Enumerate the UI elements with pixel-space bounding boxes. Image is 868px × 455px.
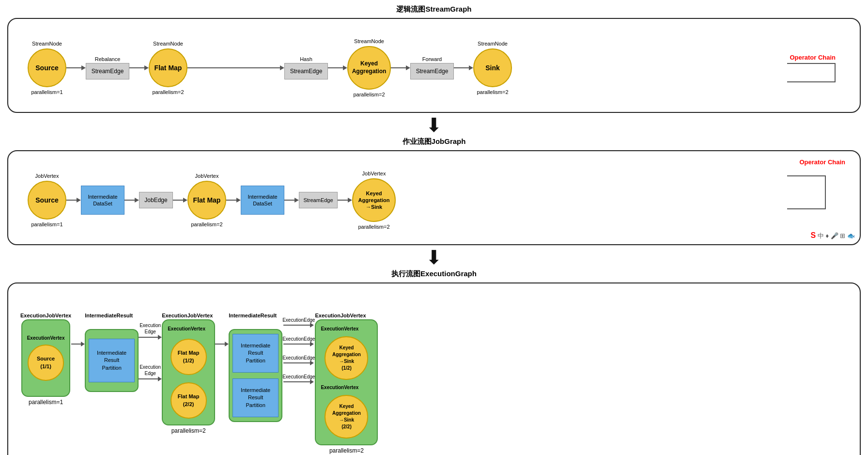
exec-edge2-3-label: ExecutionEdge (282, 355, 315, 361)
ejv3-wrapper: ExecutionJobVertex ExecutionVertex Keyed… (315, 313, 378, 454)
exec-edge-top: ExecutionEdge (139, 322, 162, 340)
sg-arrow6 (454, 65, 473, 70)
executiongraph-title: 执行流图ExecutionGraph (7, 269, 861, 279)
jg-flatmap-bottom: parallelism=2 (191, 221, 222, 227)
ejv1-bottom: parallelism=1 (29, 399, 63, 406)
exec-edges-col1: ExecutionEdge ExecutionEdge (139, 322, 162, 381)
sg-keyagg-top: StreamNode (354, 38, 384, 44)
ejv1-ir-green: IntermediateResultPartition (85, 329, 139, 392)
sg-flatmap-wrap: StreamNode Flat Map parallelism=2 (149, 41, 187, 95)
jg-arrow3 (173, 198, 187, 203)
sg-forward-label: Forward (422, 56, 442, 62)
jg-source-wrap: JobVertex Source parallelism=1 (28, 173, 66, 227)
sg-sink-top: StreamNode (478, 41, 508, 47)
streamgraph-title: 逻辑流图StreamGraph (7, 5, 861, 14)
sg-rebalance-label: Rebalance (95, 56, 121, 62)
sg-keyagg-bottom: parallelism=2 (353, 92, 385, 97)
jg-ds2-node: IntermediateDataSet (241, 186, 284, 215)
ejv2-ir-partition1: IntermediateResultPartition (232, 334, 279, 373)
sg-keyagg-wrap: StreamNode KeyedAggregation parallelism=… (347, 38, 391, 97)
sg-rebalance-edge-wrap: Rebalance StreamEdge (86, 56, 129, 79)
ejv2-flatmap2: Flat Map(2/2) (170, 382, 207, 419)
ejv1-label: ExecutionJobVertex (20, 313, 71, 318)
sg-source-wrap: StreamNode Source parallelism=1 (28, 41, 66, 95)
jg-chained-bottom: parallelism=2 (358, 224, 389, 230)
jobgraph-title: 作业流图JobGraph (7, 137, 861, 146)
down-arrow-2: ⬇ (7, 245, 861, 269)
sg-arrow5 (391, 65, 410, 70)
ejv2-ir-green: IntermediateResultPartition Intermediate… (229, 329, 282, 422)
toolbar-icons: S 中 ♦ 🎤 ⊞ 🐟 (811, 231, 855, 240)
jg-arrow5 (284, 198, 299, 203)
ejv1-source-node: Source(1/1) (28, 345, 64, 381)
sg-sink-node: Sink (473, 48, 512, 87)
executiongraph-container: ExecutionJobVertex ExecutionVertex Sourc… (7, 282, 861, 455)
jg-ds1-node: IntermediateDataSet (81, 186, 124, 215)
exec-edge2-1: ExecutionEdge (282, 317, 315, 328)
sg-hash-edge-wrap: Hash StreamEdge (284, 56, 328, 79)
operator-chain-label: Operator Chain (790, 54, 836, 61)
streamgraph-container: StreamNode Source parallelism=1 Rebalanc… (7, 18, 861, 113)
sg-arrow2 (129, 65, 149, 70)
ejv2-ev-label: ExecutionVertex (168, 326, 205, 331)
jg-chained-top: JobVertex (362, 171, 386, 176)
exec-edge2-4-label: ExecutionEdge (282, 374, 315, 379)
exec-edges-col2: ExecutionEdge ExecutionEdge (282, 317, 315, 384)
operator-chain-area: Operator Chain (787, 54, 840, 82)
ejv3-node2: Keyed Aggregation→Sink(2/2) (325, 395, 368, 439)
ejv2-to-ir2-arrow (215, 342, 229, 346)
ejv1-green: ExecutionVertex Source(1/1) (21, 319, 71, 397)
exec-edge2-3: ExecutionEdge (282, 355, 315, 365)
sg-flatmap-node: Flat Map (149, 48, 187, 87)
jg-arrow2 (124, 198, 139, 203)
ejv3-bottom: parallelism=2 (329, 447, 364, 454)
sg-source-bottom: parallelism=1 (31, 89, 62, 95)
ejv1-ir-label: IntermediateResult (85, 313, 133, 318)
sg-keyagg-node: KeyedAggregation (347, 46, 391, 90)
sg-rebalance-edge-node: StreamEdge (86, 63, 129, 79)
streamgraph-section: 逻辑流图StreamGraph StreamNode Source parall… (7, 5, 861, 113)
ejv3-node1: Keyed Aggregation→Sink(1/2) (325, 336, 368, 380)
executiongraph-section: 执行流图ExecutionGraph ExecutionJobVertex Ex… (7, 269, 861, 455)
ejv1-wrapper: ExecutionJobVertex ExecutionVertex Sourc… (20, 313, 71, 406)
ejv2-ir-partition2: IntermediateResultPartition (232, 378, 279, 417)
jg-operator-chain: Operator Chain (799, 158, 845, 166)
sg-forward-edge-wrap: Forward StreamEdge (410, 56, 454, 79)
jg-source-bottom: parallelism=1 (31, 221, 62, 227)
ejv2-ir-wrapper: IntermediateResult IntermediateResultPar… (229, 313, 282, 422)
ejv1-to-ir-arrow (71, 342, 85, 346)
sg-source-node: Source (28, 48, 66, 87)
exec-edge-bottom-label: ExecutionEdge (140, 364, 161, 377)
sg-source-top: StreamNode (32, 41, 62, 47)
ejv2-flatmap1: Flat Map(1/2) (170, 339, 207, 375)
ejv3-ev-label1: ExecutionVertex (321, 326, 358, 331)
sg-sink-wrap: StreamNode Sink parallelism=2 (473, 41, 512, 95)
jg-flatmap-node: Flat Map (187, 181, 226, 220)
sg-sink-bottom: parallelism=2 (477, 89, 508, 95)
exec-edge-bottom: ExecutionEdge (139, 364, 162, 381)
sg-hash-label: Hash (300, 56, 312, 62)
exec-edge2-2: ExecutionEdge (282, 336, 315, 346)
exec-edge2-2-arrow (283, 342, 314, 346)
down-arrow-1: ⬇ (7, 113, 861, 137)
sg-arrow1 (66, 65, 86, 70)
exec-edge2-1-label: ExecutionEdge (282, 317, 315, 323)
ejv3-ev-label2: ExecutionVertex (321, 385, 358, 390)
jobgraph-flow: JobVertex Source parallelism=1 Intermedi… (18, 166, 850, 235)
sg-flatmap-top: StreamNode (153, 41, 183, 47)
ejv3-label: ExecutionJobVertex (315, 313, 366, 318)
ejv2-label: ExecutionJobVertex (162, 313, 213, 318)
streamgraph-flow: StreamNode Source parallelism=1 Rebalanc… (18, 33, 850, 102)
jg-jobledge-node: JobEdge (139, 192, 173, 208)
sg-arrow4 (328, 65, 347, 70)
jg-flatmap-wrap: JobVertex Flat Map parallelism=2 (187, 173, 226, 227)
ejv1-ir-wrapper: IntermediateResult IntermediateResultPar… (85, 313, 139, 392)
exec-edge2-3-arrow (283, 361, 314, 365)
main-container: 逻辑流图StreamGraph StreamNode Source parall… (0, 0, 868, 455)
jg-streamedge-node: StreamEdge (299, 192, 338, 208)
ejv2-ir-label: IntermediateResult (229, 313, 277, 318)
ejv3-green: ExecutionVertex Keyed Aggregation→Sink(1… (315, 319, 378, 445)
jg-source-node: Source (28, 181, 66, 220)
ejv1-ir-partition: IntermediateResultPartition (89, 339, 135, 382)
exec-edge-top-label: ExecutionEdge (140, 322, 161, 335)
